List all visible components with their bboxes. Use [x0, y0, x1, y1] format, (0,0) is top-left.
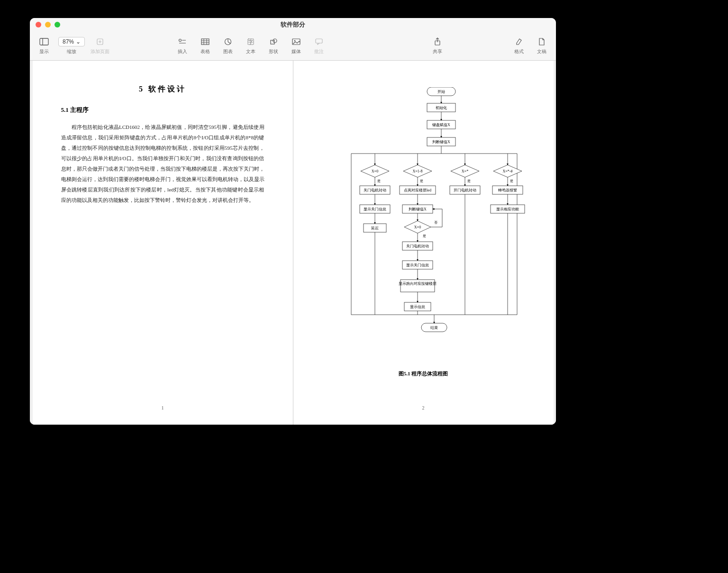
page-number: 2	[293, 405, 554, 410]
chart-icon	[224, 37, 232, 46]
close-window-button[interactable]	[36, 22, 41, 27]
svg-text:关门电机转动: 关门电机转动	[406, 244, 429, 248]
svg-text:X=0: X=0	[371, 169, 378, 173]
page-2: 开始 初始化 键盘赋值X 判断键值X	[293, 61, 554, 425]
shape-icon	[270, 37, 277, 46]
svg-text:X=0: X=0	[414, 225, 420, 229]
svg-text:是: 是	[467, 179, 470, 183]
traffic-lights	[36, 22, 60, 27]
svg-rect-0	[40, 38, 48, 45]
view-icon	[39, 37, 49, 46]
svg-text:X=1-8: X=1-8	[412, 169, 422, 173]
pages-container: 5 软件设计 5.1 主程序 程序包括初始化液晶LCD1602，给液晶屏赋初值，…	[33, 61, 554, 425]
svg-text:显示跑向对应按键楼层: 显示跑向对应按键楼层	[399, 282, 437, 286]
comment-icon	[315, 37, 323, 46]
format-icon	[515, 37, 523, 46]
chart-button[interactable]: 图表	[218, 37, 238, 55]
comment-button[interactable]: 批注	[309, 37, 329, 55]
figure-caption: 图5.1 程序总体流程图	[293, 370, 554, 377]
svg-text:显示关门信息: 显示关门信息	[406, 263, 429, 267]
table-button[interactable]: 表格	[195, 37, 216, 55]
document-icon	[538, 37, 545, 46]
flowchart: 开始 初始化 键盘赋值X 判断键值X	[323, 87, 527, 362]
svg-text:延迟: 延迟	[371, 226, 379, 230]
svg-text:是: 是	[377, 179, 380, 183]
section-title: 5.1 主程序	[61, 106, 264, 114]
insert-icon	[178, 37, 187, 46]
minimize-window-button[interactable]	[45, 22, 51, 27]
svg-text:显示信息: 显示信息	[410, 305, 425, 309]
share-button[interactable]: 共享	[427, 37, 448, 55]
page-1: 5 软件设计 5.1 主程序 程序包括初始化液晶LCD1602，给液晶屏赋初值，…	[33, 61, 293, 425]
media-icon	[292, 37, 300, 46]
svg-rect-8	[201, 39, 209, 45]
table-icon	[201, 37, 209, 46]
svg-text:蜂鸣器报警: 蜂鸣器报警	[498, 188, 517, 192]
svg-text:开门电机转动: 开门电机转动	[454, 188, 476, 192]
zoom-dropdown[interactable]: 87%⌄	[58, 37, 85, 46]
shape-button[interactable]: 形状	[263, 37, 284, 55]
zoom-control[interactable]: 87%⌄ 缩放	[56, 37, 87, 55]
document-button[interactable]: 文稿	[531, 37, 552, 55]
svg-text:结束: 结束	[430, 326, 438, 330]
svg-text:X=*: X=*	[461, 169, 468, 173]
body-paragraph: 程序包括初始化液晶LCD1602，给液晶屏赋初值，同时清空595引脚，避免后续使…	[61, 122, 264, 205]
titlebar: 软件部分	[30, 18, 556, 31]
chevron-down-icon: ⌄	[76, 38, 81, 45]
media-button[interactable]: 媒体	[286, 37, 307, 55]
svg-text:是: 是	[510, 179, 513, 183]
toolbar: 显示 87%⌄ 缩放 添加页面 插入 表格 图表 字 文本 形状	[30, 31, 556, 61]
svg-rect-20	[316, 39, 322, 43]
maximize-window-button[interactable]	[55, 22, 60, 27]
svg-text:键盘赋值X: 键盘赋值X	[432, 123, 450, 127]
svg-text:是: 是	[419, 179, 423, 183]
document-content[interactable]: 5 软件设计 5.1 主程序 程序包括初始化液晶LCD1602，给液晶屏赋初值，…	[30, 61, 556, 425]
add-page-button[interactable]: 添加页面	[89, 37, 111, 55]
svg-text:点亮对应楼层led: 点亮对应楼层led	[404, 188, 431, 192]
page-number: 1	[33, 405, 293, 410]
svg-text:关门电机转动: 关门电机转动	[364, 188, 386, 192]
svg-point-19	[294, 40, 296, 41]
svg-text:显示关门信息: 显示关门信息	[364, 207, 386, 211]
svg-text:判断键值X: 判断键值X	[409, 207, 427, 211]
svg-text:字: 字	[248, 39, 253, 45]
svg-text:显示相应功能: 显示相应功能	[496, 207, 519, 211]
insert-button[interactable]: 插入	[172, 37, 193, 55]
svg-text:开始: 开始	[437, 90, 445, 94]
view-button[interactable]: 显示	[34, 37, 55, 55]
svg-text:是: 是	[422, 234, 426, 238]
format-button[interactable]: 格式	[509, 37, 529, 55]
svg-text:初始化: 初始化	[436, 106, 447, 110]
share-icon	[434, 37, 441, 46]
app-window: 软件部分 显示 87%⌄ 缩放 添加页面 插入 表格 图表 字	[30, 18, 556, 425]
window-title: 软件部分	[60, 20, 526, 29]
svg-text:判断键值X: 判断键值X	[432, 140, 450, 144]
svg-text:X=*-#: X=*-#	[502, 169, 512, 173]
svg-point-17	[273, 39, 277, 43]
text-button[interactable]: 字 文本	[240, 37, 261, 55]
add-page-icon	[96, 37, 104, 46]
svg-text:否: 否	[434, 221, 437, 225]
svg-point-5	[179, 39, 182, 41]
text-icon: 字	[247, 37, 255, 46]
chapter-title: 5 软件设计	[61, 84, 264, 94]
